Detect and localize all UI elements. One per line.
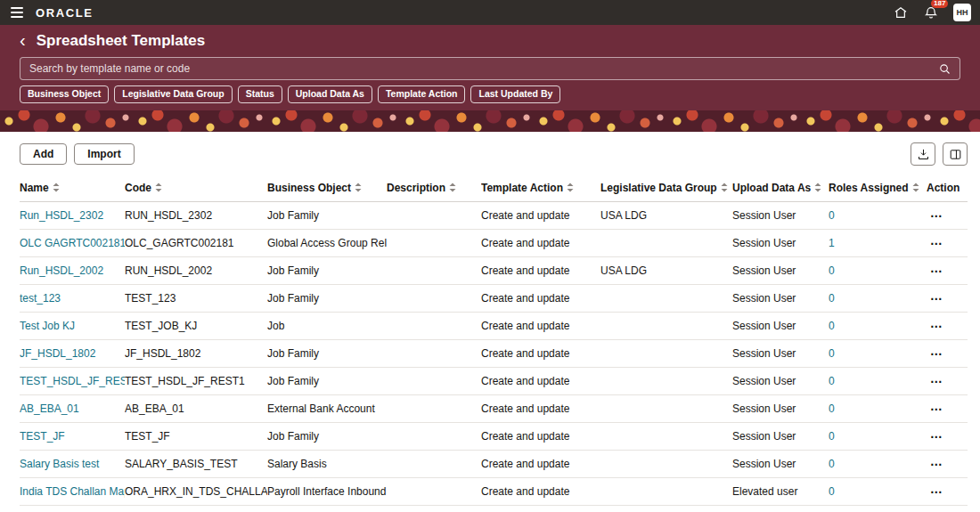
roles-assigned-link[interactable]: 0 bbox=[829, 292, 835, 305]
upload-data-as: Session User bbox=[732, 506, 829, 512]
search-box bbox=[20, 57, 960, 80]
description bbox=[387, 285, 481, 313]
roles-assigned-link-cell: 0 bbox=[829, 202, 927, 230]
template-code: SALARY_BASIS_TEST bbox=[125, 451, 267, 478]
filter-chip-row: Business ObjectLegislative Data GroupSta… bbox=[20, 85, 960, 103]
legislative-data-group: USA LDG bbox=[600, 257, 732, 285]
filter-chip-last-updated-by[interactable]: Last Updated By bbox=[470, 85, 560, 103]
template-name-link[interactable]: Run_HSDL_2002 bbox=[20, 264, 103, 277]
manage-columns-icon[interactable] bbox=[943, 142, 968, 166]
row-actions-cell: ⋯ bbox=[927, 202, 968, 230]
column-header-business-object[interactable]: Business Object bbox=[267, 175, 387, 202]
hamburger-menu-icon[interactable] bbox=[9, 5, 25, 20]
sort-icon bbox=[567, 183, 574, 192]
back-button[interactable]: ‹ bbox=[20, 31, 26, 49]
template-name-link[interactable]: TEST_JF bbox=[20, 430, 65, 443]
column-header-code[interactable]: Code bbox=[125, 175, 267, 202]
roles-assigned-link[interactable]: 0 bbox=[829, 320, 835, 332]
filter-chip-legislative-data-group[interactable]: Legislative Data Group bbox=[114, 85, 232, 103]
sort-icon bbox=[155, 183, 162, 192]
add-button[interactable]: Add bbox=[20, 143, 67, 165]
table-header-row: NameCodeBusiness ObjectDescriptionTempla… bbox=[20, 175, 968, 202]
filter-chip-business-object[interactable]: Business Object bbox=[20, 85, 109, 103]
template-code: TEST_HSDL_JF_REST1 bbox=[125, 368, 267, 395]
sort-icon bbox=[355, 183, 362, 192]
column-header-action: Action bbox=[927, 175, 968, 202]
template-name-link[interactable]: AB_EBA_01 bbox=[20, 402, 79, 415]
roles-assigned-link[interactable]: 0 bbox=[829, 264, 835, 277]
filter-chip-template-action[interactable]: Template Action bbox=[378, 85, 466, 103]
roles-assigned-link[interactable]: 0 bbox=[829, 430, 835, 443]
row-actions-menu[interactable]: ⋯ bbox=[927, 429, 947, 443]
sort-icon bbox=[721, 183, 728, 192]
column-header-upload-data-as[interactable]: Upload Data As bbox=[732, 175, 829, 202]
column-header-template-action[interactable]: Template Action bbox=[481, 175, 600, 202]
row-actions-menu[interactable]: ⋯ bbox=[927, 264, 947, 278]
notifications-bell-icon[interactable]: 187 bbox=[923, 4, 939, 20]
row-actions-menu[interactable]: ⋯ bbox=[927, 402, 947, 416]
topbar-actions: 187 HH bbox=[893, 4, 971, 21]
template-action: Create and update bbox=[481, 368, 600, 395]
template-name-link[interactable]: Run_HSDL_2302 bbox=[20, 209, 103, 222]
roles-assigned-link[interactable]: 0 bbox=[829, 485, 835, 498]
roles-assigned-link[interactable]: 0 bbox=[829, 209, 835, 222]
template-action: Create and update bbox=[481, 395, 600, 423]
template-name-link-cell: test_123 bbox=[20, 285, 125, 313]
business-object: Job Family bbox=[267, 285, 387, 313]
search-input[interactable] bbox=[20, 58, 960, 79]
column-header-roles-assigned[interactable]: Roles Assigned bbox=[829, 175, 927, 202]
global-header: ORACLE 187 HH bbox=[0, 0, 980, 25]
home-icon[interactable] bbox=[893, 4, 909, 20]
row-actions-menu[interactable]: ⋯ bbox=[927, 484, 947, 499]
download-icon[interactable] bbox=[911, 142, 935, 166]
legislative-data-group bbox=[600, 368, 732, 395]
template-name-link-cell: Test Job KJ bbox=[20, 313, 125, 340]
filter-chip-status[interactable]: Status bbox=[238, 85, 282, 103]
template-name-link[interactable]: OLC GAGRTC002181 bbox=[20, 237, 125, 249]
roles-assigned-link[interactable]: 1 bbox=[829, 237, 835, 249]
column-label: Roles Assigned bbox=[829, 182, 909, 194]
column-header-name[interactable]: Name bbox=[20, 175, 125, 202]
table-toolbar: Add Import bbox=[20, 142, 968, 166]
template-name-link[interactable]: TEST_HSDL_JF_REST1 bbox=[20, 375, 125, 387]
roles-assigned-link-cell: 0 bbox=[829, 478, 927, 506]
templates-table: NameCodeBusiness ObjectDescriptionTempla… bbox=[20, 175, 968, 512]
template-name-link[interactable]: JF_HSDL_1802 bbox=[20, 347, 95, 360]
row-actions-cell: ⋯ bbox=[927, 257, 968, 285]
row-actions-menu[interactable]: ⋯ bbox=[927, 346, 947, 361]
column-header-description[interactable]: Description bbox=[387, 175, 481, 202]
avatar[interactable]: HH bbox=[953, 4, 971, 21]
template-name-link-cell: JF_HSDL_1802 bbox=[20, 340, 125, 368]
legislative-data-group bbox=[600, 395, 732, 423]
table-row: Salary Basis testSALARY_BASIS_TESTSalary… bbox=[20, 451, 968, 478]
row-actions-menu[interactable]: ⋯ bbox=[927, 291, 947, 305]
filter-chip-upload-data-as[interactable]: Upload Data As bbox=[288, 85, 372, 103]
template-code: TEST_JF bbox=[125, 423, 267, 451]
roles-assigned-link[interactable]: 0 bbox=[829, 402, 835, 415]
row-actions-cell: ⋯ bbox=[927, 395, 968, 423]
roles-assigned-link[interactable]: 0 bbox=[829, 458, 835, 470]
import-button[interactable]: Import bbox=[74, 143, 134, 165]
row-actions-menu[interactable]: ⋯ bbox=[927, 319, 947, 333]
row-actions-menu[interactable]: ⋯ bbox=[927, 236, 947, 250]
roles-assigned-link[interactable]: 0 bbox=[829, 347, 835, 360]
table-row: OLC GAGRTC002181OLC_GAGRTC002181Global A… bbox=[20, 230, 968, 257]
row-actions-menu[interactable]: ⋯ bbox=[927, 374, 947, 388]
template-name-link[interactable]: test_123 bbox=[20, 292, 61, 305]
oracle-logo: ORACLE bbox=[36, 6, 94, 20]
row-actions-menu[interactable]: ⋯ bbox=[927, 208, 947, 223]
template-name-link[interactable]: Salary Basis test bbox=[20, 458, 99, 470]
table-row: JF_HSDL_1802JF_HSDL_1802Job FamilyCreate… bbox=[20, 340, 968, 368]
column-header-legislative-data-group[interactable]: Legislative Data Group bbox=[600, 175, 732, 202]
upload-data-as: Session User bbox=[732, 257, 829, 285]
search-icon[interactable] bbox=[938, 62, 951, 76]
column-label: Code bbox=[125, 182, 151, 194]
roles-assigned-link-cell: 0 bbox=[829, 368, 927, 395]
table-row: Test Job KJTEST_JOB_KJJobCreate and upda… bbox=[20, 313, 968, 340]
column-label: Business Object bbox=[267, 182, 351, 194]
template-name-link[interactable]: Test Job KJ bbox=[20, 320, 75, 332]
row-actions-menu[interactable]: ⋯ bbox=[927, 457, 947, 471]
template-name-link[interactable]: India TDS Challan Mappir bbox=[20, 485, 125, 498]
roles-assigned-link-cell: 0 bbox=[829, 257, 927, 285]
roles-assigned-link[interactable]: 0 bbox=[829, 375, 835, 387]
